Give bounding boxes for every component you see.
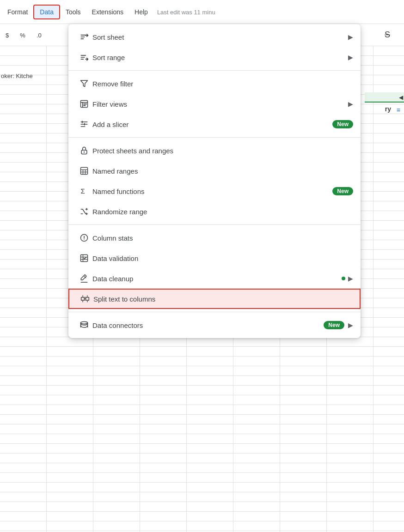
named-functions-icon: Σ bbox=[76, 187, 92, 196]
column-stats-label: Column stats bbox=[92, 234, 353, 242]
protect-section: Protect sheets and ranges Named ranges Σ bbox=[68, 138, 361, 225]
help-menu-item[interactable]: Help bbox=[129, 6, 153, 18]
named-ranges-icon bbox=[76, 166, 92, 175]
data-cleanup-label: Data cleanup bbox=[92, 275, 342, 283]
decimal-toolbar[interactable]: .0 bbox=[33, 30, 45, 41]
svg-point-41 bbox=[81, 322, 88, 324]
extensions-menu-item[interactable]: Extensions bbox=[86, 6, 129, 18]
filter-views-arrow: ▶ bbox=[348, 100, 353, 108]
sort-sheet-item[interactable]: Sort sheet ▶ bbox=[68, 27, 361, 47]
svg-rect-21 bbox=[81, 168, 88, 175]
data-connectors-item[interactable]: Data connectors New ▶ bbox=[68, 315, 361, 335]
sort-sheet-arrow: ▶ bbox=[348, 33, 353, 41]
svg-rect-36 bbox=[81, 297, 85, 301]
data-connectors-label: Data connectors bbox=[92, 321, 324, 329]
filter-icon[interactable]: ≡ bbox=[397, 106, 400, 114]
data-validation-icon bbox=[76, 254, 92, 263]
named-functions-badge: New bbox=[332, 187, 353, 195]
svg-point-40 bbox=[85, 300, 86, 301]
dollar-toolbar[interactable]: $ bbox=[2, 30, 12, 41]
named-functions-label: Named functions bbox=[92, 187, 332, 195]
green-highlight-cell bbox=[365, 92, 404, 103]
sort-range-label: Sort range bbox=[92, 54, 348, 61]
column-stats-icon bbox=[76, 233, 92, 242]
sort-range-icon bbox=[76, 53, 92, 62]
remove-filter-item[interactable]: Remove filter bbox=[68, 73, 361, 94]
data-tools-section: Column stats Data validation bbox=[68, 225, 361, 312]
data-validation-label: Data validation bbox=[92, 254, 353, 262]
svg-marker-8 bbox=[81, 80, 88, 86]
data-validation-item[interactable]: Data validation bbox=[68, 248, 361, 268]
last-edit-text: Last edit was 11 minu bbox=[157, 9, 215, 16]
collapse-arrow-icon[interactable]: ◀ bbox=[399, 94, 403, 101]
data-cleanup-dot bbox=[342, 277, 345, 280]
randomize-range-icon bbox=[76, 207, 92, 216]
data-dropdown-menu: Sort sheet ▶ Sort range ▶ bbox=[68, 24, 361, 338]
named-ranges-item[interactable]: Named ranges bbox=[68, 161, 361, 181]
filter-views-icon bbox=[76, 99, 92, 109]
randomize-range-label: Randomize range bbox=[92, 208, 353, 216]
svg-text:Σ: Σ bbox=[81, 187, 85, 195]
split-text-icon bbox=[77, 294, 93, 303]
protect-sheets-label: Protect sheets and ranges bbox=[92, 147, 353, 155]
data-cleanup-arrow: ▶ bbox=[348, 275, 353, 282]
sort-section: Sort sheet ▶ Sort range ▶ bbox=[68, 24, 361, 71]
svg-point-39 bbox=[85, 297, 86, 298]
data-cleanup-icon bbox=[76, 274, 92, 283]
svg-point-20 bbox=[84, 151, 85, 153]
protect-sheets-icon bbox=[76, 146, 92, 155]
filter-views-item[interactable]: Filter views ▶ bbox=[68, 94, 361, 114]
data-connectors-arrow: ▶ bbox=[348, 321, 353, 329]
column-stats-item[interactable]: Column stats bbox=[68, 228, 361, 248]
data-connectors-badge: New bbox=[324, 321, 344, 329]
sort-range-arrow: ▶ bbox=[348, 54, 353, 61]
sort-range-item[interactable]: Sort range ▶ bbox=[68, 47, 361, 67]
data-cleanup-item[interactable]: Data cleanup ▶ bbox=[68, 268, 361, 289]
named-ranges-label: Named ranges bbox=[92, 167, 353, 175]
svg-point-29 bbox=[84, 239, 85, 240]
add-slicer-badge: New bbox=[332, 120, 353, 128]
data-connectors-icon bbox=[76, 320, 92, 330]
sort-sheet-label: Sort sheet bbox=[92, 33, 348, 41]
svg-rect-13 bbox=[83, 105, 86, 106]
remove-filter-icon bbox=[76, 79, 92, 88]
split-text-item[interactable]: Split text to columns bbox=[68, 289, 361, 309]
format-menu-item[interactable]: Format bbox=[2, 6, 33, 18]
remove-filter-label: Remove filter bbox=[92, 80, 353, 88]
randomize-range-item[interactable]: Randomize range bbox=[68, 201, 361, 222]
connectors-section: Data connectors New ▶ bbox=[68, 312, 361, 338]
sort-sheet-icon bbox=[76, 32, 92, 42]
tools-menu-item[interactable]: Tools bbox=[60, 6, 86, 18]
strikethrough-icon: S bbox=[385, 30, 390, 40]
named-functions-item[interactable]: Σ Named functions New bbox=[68, 181, 361, 201]
percent-toolbar[interactable]: % bbox=[16, 30, 29, 41]
left-cell-content: oker: Kitche bbox=[1, 73, 33, 79]
cell-text-ry: ry bbox=[385, 105, 391, 113]
svg-rect-37 bbox=[86, 297, 89, 301]
add-slicer-icon bbox=[76, 120, 92, 129]
filter-section: Remove filter Filter views ▶ bbox=[68, 71, 361, 138]
filter-views-label: Filter views bbox=[92, 100, 348, 108]
add-slicer-item[interactable]: Add a slicer New bbox=[68, 114, 361, 134]
protect-sheets-item[interactable]: Protect sheets and ranges bbox=[68, 140, 361, 161]
svg-rect-12 bbox=[83, 103, 87, 104]
add-slicer-label: Add a slicer bbox=[92, 121, 332, 128]
data-menu-item[interactable]: Data bbox=[33, 5, 60, 19]
split-text-label: Split text to columns bbox=[93, 295, 352, 303]
